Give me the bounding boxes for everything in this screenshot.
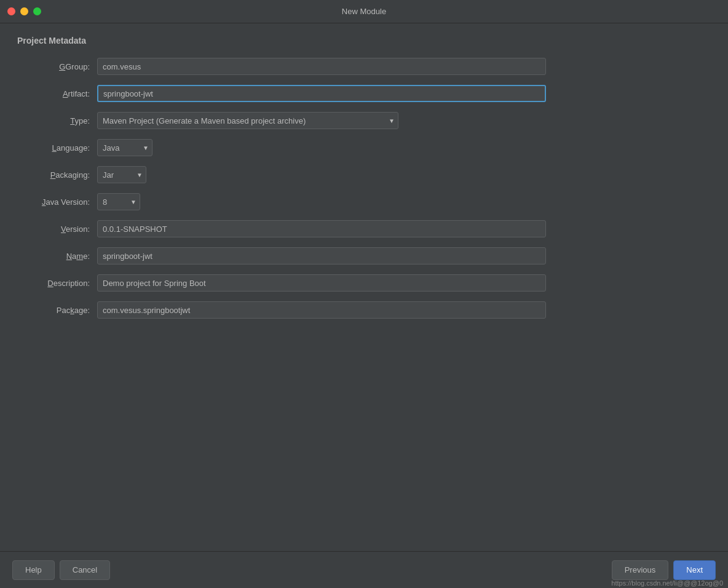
group-input[interactable] — [97, 58, 546, 75]
package-row: Package: — [17, 301, 711, 319]
package-label: Package: — [17, 306, 97, 315]
previous-button[interactable]: Previous — [612, 560, 669, 580]
packaging-label: Packaging: — [17, 170, 97, 180]
language-label: Language: — [17, 143, 97, 153]
title-bar: New Module — [0, 0, 728, 23]
version-label: Version: — [17, 224, 97, 234]
version-row: Version: — [17, 220, 711, 237]
footer-right-buttons: Previous Next — [612, 560, 716, 580]
description-input[interactable] — [97, 274, 546, 292]
artifact-row: Artifact: — [17, 85, 711, 102]
section-title: Project Metadata — [17, 36, 711, 46]
name-label: Name: — [17, 252, 97, 261]
packaging-select[interactable]: Jar War — [97, 166, 146, 183]
language-label-underline: L — [52, 143, 57, 153]
help-button[interactable]: Help — [12, 560, 55, 580]
artifact-label-underline: A — [63, 89, 68, 98]
status-bar-text: https://blog.csdn.net/li@@@12og@0 — [611, 579, 723, 587]
window-controls — [7, 7, 41, 15]
group-label-underline: G — [59, 62, 65, 71]
name-row: Name: — [17, 247, 711, 264]
footer-left-buttons: Help Cancel — [12, 560, 110, 580]
main-content: Project Metadata GGroup: Artifact: Type:… — [0, 23, 728, 551]
next-button[interactable]: Next — [673, 560, 716, 580]
footer: Help Cancel Previous Next https://blog.c… — [0, 551, 728, 588]
type-select-wrapper: Maven Project (Generate a Maven based pr… — [97, 112, 398, 129]
name-label-underline: N — [66, 252, 72, 261]
version-label-underline: V — [61, 224, 66, 234]
language-select-wrapper: Java Kotlin Groovy ▼ — [97, 139, 152, 156]
group-row: GGroup: — [17, 58, 711, 75]
minimize-button[interactable] — [20, 7, 28, 15]
package-input[interactable] — [97, 301, 546, 319]
type-label: Type: — [17, 116, 97, 125]
cancel-button[interactable]: Cancel — [60, 560, 110, 580]
java-version-select-wrapper: 8 11 17 ▼ — [97, 193, 140, 210]
maximize-button[interactable] — [33, 7, 41, 15]
name-input[interactable] — [97, 247, 546, 264]
java-version-label: Java Version: — [17, 197, 97, 207]
language-row: Language: Java Kotlin Groovy ▼ — [17, 139, 711, 156]
java-version-row: Java Version: 8 11 17 ▼ — [17, 193, 711, 210]
description-row: Description: — [17, 274, 711, 292]
type-select[interactable]: Maven Project (Generate a Maven based pr… — [97, 112, 398, 129]
group-label: GGroup: — [17, 62, 97, 71]
version-input[interactable] — [97, 220, 546, 237]
description-label-underline: D — [47, 279, 53, 288]
packaging-select-wrapper: Jar War ▼ — [97, 166, 146, 183]
type-row: Type: Maven Project (Generate a Maven ba… — [17, 112, 711, 129]
window-title: New Module — [342, 7, 386, 16]
java-version-select[interactable]: 8 11 17 — [97, 193, 140, 210]
artifact-label: Artifact: — [17, 89, 97, 98]
description-label: Description: — [17, 279, 97, 288]
close-button[interactable] — [7, 7, 15, 15]
artifact-input[interactable] — [97, 85, 546, 102]
packaging-row: Packaging: Jar War ▼ — [17, 166, 711, 183]
language-select[interactable]: Java Kotlin Groovy — [97, 139, 152, 156]
status-bar: https://blog.csdn.net/li@@@12og@0 — [606, 578, 728, 588]
